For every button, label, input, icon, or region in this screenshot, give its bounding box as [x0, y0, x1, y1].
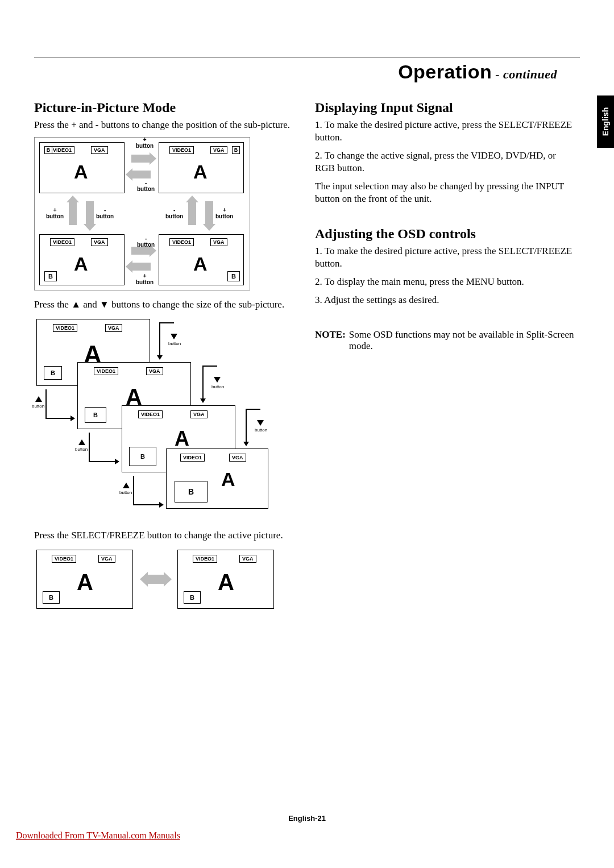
tag-vga: VGA — [91, 238, 108, 246]
arrow-left-icon — [131, 171, 151, 178]
tag-vga: VGA — [210, 146, 227, 154]
pip-b: B — [85, 407, 106, 423]
arrow-up-icon — [188, 201, 196, 225]
osd-step-3: 3. Adjust the settings as desired. — [315, 294, 576, 306]
label-button: button — [255, 428, 267, 433]
arrow-up-icon — [69, 201, 77, 225]
page-number: English-21 — [0, 814, 614, 823]
label-minus-button: - button — [137, 180, 155, 192]
pip-b: B — [129, 447, 156, 466]
triangle-up-icon — [35, 396, 42, 402]
letter-A: A — [126, 385, 142, 408]
tag-video1: VIDEO1 — [180, 454, 205, 462]
tag-video1: VIDEO1 — [169, 238, 194, 246]
label-minus-button: - button — [96, 207, 114, 219]
letter-A: A — [193, 254, 208, 273]
tag-vga: VGA — [146, 367, 163, 375]
heading-osd: Adjusting the OSD controls — [315, 226, 576, 242]
label-plus-button: + button — [215, 207, 233, 219]
tag-vga: VGA — [98, 555, 115, 563]
tag-video1: VIDEO1 — [169, 146, 194, 154]
letter-A: A — [77, 571, 93, 593]
pip-b: B — [227, 271, 240, 281]
tag-video1: VIDEO1 — [53, 324, 77, 332]
letter-A: A — [221, 470, 235, 489]
arrow-down-icon — [86, 201, 94, 225]
tag-video1: VIDEO1 — [193, 555, 217, 563]
arrow-right-icon — [131, 247, 151, 255]
osd-step-1: 1. To make the desired picture active, p… — [315, 245, 576, 270]
label-button: button — [119, 491, 132, 496]
triangle-down-icon — [214, 377, 221, 383]
pip-text-2: Press the ▲ and ▼ buttons to change the … — [34, 298, 296, 311]
heading-pip: Picture-in-Picture Mode — [34, 100, 296, 115]
triangle-down-icon — [171, 334, 177, 339]
tag-video1: VIDEO1 — [94, 367, 118, 375]
osd-step-2: 2. To display the main menu, press the M… — [315, 276, 576, 288]
label-plus-button: + button — [136, 273, 154, 285]
tag-video1: VIDEO1 — [50, 146, 74, 154]
arrow-left-icon — [131, 263, 151, 271]
pip-text-3: Press the SELECT/FREEZE button to change… — [34, 529, 296, 542]
left-column: Picture-in-Picture Mode Press the + and … — [34, 93, 296, 624]
label-button: button — [168, 342, 181, 347]
pip-b: B — [184, 591, 201, 604]
letter-A: A — [74, 254, 88, 273]
triangle-down-icon — [257, 420, 264, 426]
diagram-pip-position: VIDEO1 VGA B A VIDEO1 VGA B A VIDEO1 VGA… — [34, 137, 250, 290]
triangle-up-icon — [123, 483, 130, 488]
language-tab: English — [597, 95, 614, 148]
tag-vga: VGA — [91, 146, 108, 154]
letter-A: A — [175, 429, 189, 449]
tag-vga: VGA — [229, 454, 246, 462]
letter-A: A — [74, 162, 88, 181]
pip-b: B — [44, 146, 52, 154]
title-main: Operation — [398, 61, 492, 82]
pip-b: B — [44, 271, 57, 281]
note-label: NOTE: — [315, 329, 346, 352]
note-text: Some OSD functions may not be available … — [349, 329, 576, 352]
arrow-right-icon — [131, 155, 151, 163]
label-minus-button: - button — [165, 207, 183, 219]
input-step-2: 2. To change the active signal, press th… — [315, 149, 576, 175]
arrow-down-icon — [205, 201, 213, 225]
tag-vga: VGA — [190, 410, 208, 418]
diagram-select-freeze: VIDEO1 VGA A B VIDEO1 VGA A B — [34, 547, 279, 616]
tag-video1: VIDEO1 — [138, 410, 163, 418]
heading-input-signal: Displaying Input Signal — [315, 100, 576, 115]
pip-b: B — [175, 481, 208, 502]
pip-b: B — [43, 591, 60, 604]
page-title: Operation - continued — [34, 61, 557, 83]
pip-b: B — [44, 366, 62, 380]
pip-b: B — [232, 146, 240, 154]
letter-A: A — [218, 571, 234, 593]
note-block: NOTE: Some OSD functions may not be avai… — [315, 329, 576, 352]
tag-vga: VGA — [105, 324, 122, 332]
pip-text-1: Press the + and - buttons to change the … — [34, 119, 296, 131]
tag-vga: VGA — [210, 238, 227, 246]
label-plus-button: + button — [136, 136, 154, 149]
label-button: button — [32, 404, 44, 409]
tag-video1: VIDEO1 — [50, 238, 74, 246]
input-step-3: The input selection may also be changed … — [315, 180, 576, 205]
label-button: button — [211, 385, 224, 390]
title-continued: - continued — [492, 67, 557, 81]
double-arrow-icon — [147, 575, 165, 584]
triangle-up-icon — [78, 439, 85, 445]
input-step-1: 1. To make the desired picture active, p… — [315, 119, 576, 144]
diagram-pip-size: VIDEO1 VGA A B VIDEO1 VGA A B VIDEO1 VGA… — [34, 317, 273, 516]
label-plus-button: + button — [46, 207, 64, 219]
label-button: button — [75, 447, 88, 452]
tag-video1: VIDEO1 — [52, 555, 76, 563]
label-minus-button: - button — [137, 235, 155, 248]
tag-vga: VGA — [239, 555, 256, 563]
download-link[interactable]: Downloaded From TV-Manual.com Manuals — [16, 830, 180, 841]
right-column: Displaying Input Signal 1. To make the d… — [315, 93, 576, 624]
letter-A: A — [193, 162, 208, 181]
